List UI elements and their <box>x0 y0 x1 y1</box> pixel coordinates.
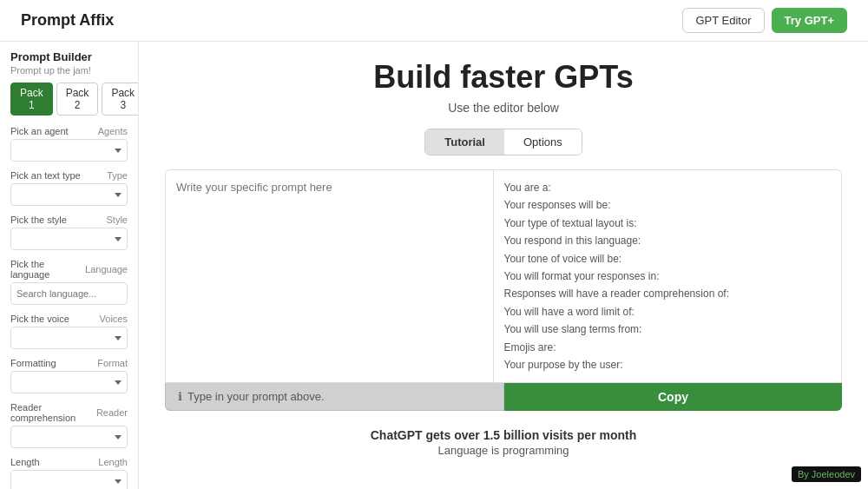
editor-area: You are a: Your responses will be: Your … <box>165 169 842 383</box>
language-section: Pick the language Language <box>10 259 128 305</box>
formatting-select[interactable] <box>10 371 128 393</box>
tab-options[interactable]: Options <box>504 129 582 155</box>
watermark: By Joeleodev <box>792 466 861 482</box>
style-label-row: Pick the style Style <box>10 215 128 225</box>
prompt-textarea[interactable] <box>166 170 493 309</box>
pack-1-button[interactable]: Pack 1 <box>10 83 53 116</box>
text-type-section: Pick an text type Type <box>10 170 128 206</box>
info-icon: ℹ <box>178 390 182 403</box>
pack-2-button[interactable]: Pack 2 <box>56 83 99 116</box>
sidebar: Prompt Builder Prompt up the jam! Pack 1… <box>0 42 139 489</box>
stats: ChatGPT gets over 1.5 billion visits per… <box>371 428 637 457</box>
agent-label-row: Pick an agent Agents <box>10 126 128 136</box>
language-search-input[interactable] <box>10 282 128 305</box>
agent-label-right: Agents <box>98 126 128 136</box>
tab-tutorial[interactable]: Tutorial <box>425 129 504 155</box>
voice-label: Pick the voice <box>10 314 69 324</box>
sidebar-heading: Prompt Builder <box>10 50 128 63</box>
preview-line-8: You will use slang terms from: <box>504 320 832 338</box>
length-section: Length Length <box>10 457 128 489</box>
text-type-select[interactable] <box>10 183 128 206</box>
preview-line-6: Responses will have a reader comprehensi… <box>504 285 832 302</box>
reader-label: Reader comprehension <box>10 402 96 423</box>
text-type-label: Pick an text type <box>10 170 81 181</box>
preview-line-7: You will have a word limit of: <box>504 303 832 320</box>
tabs: Tutorial Options <box>424 129 582 155</box>
copy-button[interactable]: Copy <box>504 383 842 411</box>
style-select[interactable] <box>10 228 128 250</box>
formatting-label-right: Format <box>97 358 128 368</box>
length-label: Length <box>10 457 40 467</box>
preview-line-9: Emojis are: <box>504 339 832 356</box>
voice-section: Pick the voice Voices <box>10 314 128 349</box>
text-type-label-right: Type <box>107 170 128 181</box>
language-label-right: Language <box>85 264 128 274</box>
preview-line-4: Your tone of voice will be: <box>504 250 832 268</box>
prompt-preview: You are a: Your responses will be: Your … <box>494 169 843 383</box>
main-subtitle: Use the editor below <box>448 101 559 115</box>
watermark-name: Joeleodev <box>812 469 855 479</box>
language-label-row: Pick the language Language <box>10 259 128 280</box>
preview-line-10: Your purpose by the user: <box>504 356 832 373</box>
voice-label-row: Pick the voice Voices <box>10 314 128 324</box>
length-label-right: Length <box>98 457 128 467</box>
voice-select[interactable] <box>10 327 128 349</box>
language-label: Pick the language <box>10 259 85 280</box>
pack-row: Pack 1 Pack 2 Pack 3 <box>10 83 128 116</box>
app-title: Prompt Affix <box>21 11 114 30</box>
prompt-input-wrap <box>165 169 494 383</box>
style-section: Pick the style Style <box>10 215 128 250</box>
voice-label-right: Voices <box>100 314 128 324</box>
main-title: Build faster GPTs <box>373 59 633 96</box>
status-bar: ℹ Type in your prompt above. <box>165 383 504 411</box>
layout: Prompt Builder Prompt up the jam! Pack 1… <box>0 42 868 489</box>
reader-select[interactable] <box>10 426 128 448</box>
header-buttons: GPT Editor Try GPT+ <box>682 8 847 33</box>
pack-3-button[interactable]: Pack 3 <box>102 83 139 116</box>
reader-label-row: Reader comprehension Reader <box>10 402 128 423</box>
sidebar-tagline: Prompt up the jam! <box>10 65 128 76</box>
watermark-prefix: By <box>798 469 812 479</box>
agent-select[interactable] <box>10 139 128 162</box>
try-gpt-button[interactable]: Try GPT+ <box>772 8 847 33</box>
preview-line-3: You respond in this language: <box>504 232 832 249</box>
agent-section: Pick an agent Agents <box>10 126 128 162</box>
formatting-label: Formatting <box>10 358 56 368</box>
preview-line-0: You are a: <box>504 179 832 196</box>
length-select[interactable] <box>10 470 128 489</box>
preview-line-1: Your responses will be: <box>504 196 832 214</box>
style-label-right: Style <box>107 215 128 225</box>
agent-label: Pick an agent <box>10 126 69 136</box>
stats-sub: Language is programming <box>371 444 637 457</box>
formatting-label-row: Formatting Format <box>10 358 128 368</box>
style-label: Pick the style <box>10 215 67 225</box>
formatting-section: Formatting Format <box>10 358 128 393</box>
text-type-label-row: Pick an text type Type <box>10 170 128 181</box>
length-label-row: Length Length <box>10 457 128 467</box>
status-text: Type in your prompt above. <box>187 390 325 403</box>
reader-label-right: Reader <box>96 407 128 418</box>
preview-line-5: You will format your responses in: <box>504 268 832 285</box>
reader-section: Reader comprehension Reader <box>10 402 128 448</box>
gpt-editor-button[interactable]: GPT Editor <box>682 8 764 33</box>
preview-line-2: Your type of textual layout is: <box>504 215 832 232</box>
bottom-bar: ℹ Type in your prompt above. Copy <box>165 383 842 411</box>
main-content: Build faster GPTs Use the editor below T… <box>139 42 868 489</box>
stats-main: ChatGPT gets over 1.5 billion visits per… <box>371 428 637 442</box>
header: Prompt Affix GPT Editor Try GPT+ <box>0 0 868 42</box>
